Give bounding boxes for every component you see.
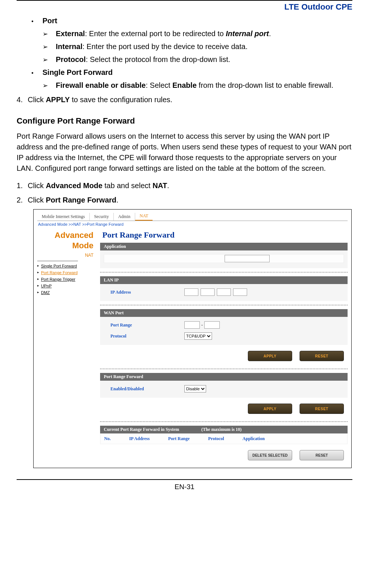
step-2-number: 2. <box>17 195 28 205</box>
col-proto: Protocol <box>208 436 224 442</box>
external-line: External: Enter the external port to be … <box>56 28 271 39</box>
enabled-select[interactable]: Disable <box>184 385 206 392</box>
s1b: Advanced Mode <box>46 181 102 190</box>
sidebar-item-single-port[interactable]: Single Port Forward <box>37 263 96 269</box>
delete-selected-button[interactable]: DELETE SELECTED <box>248 450 292 460</box>
sidebar-item-port-range-forward[interactable]: Port Range Forward <box>37 269 96 276</box>
ip-address-label: IP Address <box>110 290 184 295</box>
dotted-separator <box>100 272 348 273</box>
tab-mobile-internet[interactable]: Mobile Internet Settings <box>37 213 90 221</box>
sidebar-divider <box>37 261 78 261</box>
nat-label: NAT <box>37 253 96 261</box>
column-headers: No. IP Address Port Range Protocol Appli… <box>100 433 348 444</box>
section-lanip-header: LAN IP <box>100 276 348 284</box>
port-range-to-input[interactable] <box>204 321 220 329</box>
step-4-number: 4. <box>17 94 28 105</box>
apply-button-1[interactable]: APPLY <box>248 351 292 361</box>
ip-seg-4[interactable] <box>233 288 247 296</box>
step-2-text: Click Port Range Forward. <box>28 195 119 205</box>
side-l3: UPnP <box>41 284 52 288</box>
ip-address-input-group <box>184 288 247 296</box>
dotted-separator <box>100 369 348 369</box>
adv1: Advanced <box>55 231 93 240</box>
step4-c: to save the configuration rules. <box>70 96 172 104</box>
s1e: . <box>167 181 170 190</box>
ip-seg-2[interactable] <box>201 288 215 296</box>
dotted-separator <box>100 421 348 422</box>
document-title: LTE Outdoor CPE <box>17 2 352 12</box>
section-application-header: Application <box>100 243 348 250</box>
top-tabs: Mobile Internet Settings Security Admin … <box>37 212 348 221</box>
s2b: Port Range Forward <box>46 196 116 204</box>
step4-b: APPLY <box>46 96 70 104</box>
sidebar: Advanced Mode NAT Single Port Forward Po… <box>37 230 100 464</box>
bullet-spf: Single Port Forward <box>42 67 113 78</box>
protocol-row: Protocol TCP&UDP <box>104 330 344 341</box>
reset-button-2[interactable]: RESET <box>300 404 344 414</box>
step-1-text: Click Advanced Mode tab and select NAT. <box>28 180 169 191</box>
sidebar-item-port-range-trigger[interactable]: Port Range Trigger <box>37 276 96 283</box>
page-number: EN-31 <box>175 483 195 491</box>
arrow-icon <box>42 28 56 39</box>
s2c: . <box>116 196 119 204</box>
bullet-port: Port <box>42 15 57 26</box>
page-footer: EN-31 <box>17 479 352 491</box>
dotted-separator <box>100 305 348 305</box>
side-l2: Port Range Trigger <box>41 277 75 281</box>
col-ip: IP Address <box>129 436 150 442</box>
arrow-icon <box>42 80 56 91</box>
s1d: NAT <box>153 181 167 190</box>
arrow-icon <box>42 54 56 65</box>
side-l4: DMZ <box>41 290 50 295</box>
firewall-text-a: : Select <box>146 81 172 89</box>
tab-nat[interactable]: NAT <box>135 212 153 221</box>
col-app: Application <box>243 436 265 442</box>
current-table-header: Current Port Range Forward in System (Th… <box>100 426 348 433</box>
caret-icon <box>37 290 41 295</box>
ip-seg-1[interactable] <box>184 288 198 296</box>
tab-security[interactable]: Security <box>90 213 114 221</box>
protocol-select[interactable]: TCP&UDP <box>184 332 212 340</box>
firewall-line: Firewall enable or disable: Select Enabl… <box>56 80 333 91</box>
external-text: : Enter the external port to be redirect… <box>85 30 226 38</box>
arrow-icon <box>42 41 56 52</box>
protocol-label: Protocol <box>56 55 86 63</box>
caret-icon <box>37 264 41 268</box>
step-1-number: 1. <box>17 180 28 191</box>
port-range-from-input[interactable] <box>184 321 200 329</box>
reset-button-1[interactable]: RESET <box>300 351 344 361</box>
reset-button-3[interactable]: RESET <box>300 450 344 460</box>
port-range-label: Port Range <box>110 322 184 328</box>
application-input[interactable] <box>225 255 270 262</box>
internal-line: Internal: Enter the port used by the dev… <box>56 41 247 52</box>
max-note: (The maximum is 10) <box>201 427 242 432</box>
step4-a: Click <box>28 96 46 104</box>
apply-button-2[interactable]: APPLY <box>248 404 292 414</box>
external-ital: Internal port <box>226 30 269 38</box>
s1c: tab and select <box>102 181 153 190</box>
external-label: External <box>56 30 85 38</box>
section-paragraph: Port Range Forward allows users on the I… <box>17 131 352 174</box>
advanced-mode-title: Advanced Mode <box>37 230 96 253</box>
step-4-text: Click APPLY to save the configuration ru… <box>28 94 172 105</box>
section-prf-header: Port Range Forward <box>100 373 348 381</box>
current-head-text: Current Port Range Forward in System <box>104 427 179 432</box>
application-row <box>104 254 344 263</box>
protocol-field-label: Protocol <box>110 333 184 339</box>
tab-admin[interactable]: Admin <box>114 213 135 221</box>
port-range-row: Port Range - <box>104 319 344 330</box>
sidebar-item-dmz[interactable]: DMZ <box>37 289 96 296</box>
firewall-enable-bold: Enable <box>172 81 197 89</box>
internal-text: : Enter the port used by the device to r… <box>82 42 247 51</box>
col-range: Port Range <box>168 436 189 442</box>
protocol-text: : Select the protocol from the drop-down… <box>86 55 230 63</box>
bullet-icon <box>31 15 42 26</box>
sidebar-item-upnp[interactable]: UPnP <box>37 283 96 289</box>
enabled-row: Enabled/Disabled Disable <box>104 383 344 394</box>
caret-icon <box>37 277 41 281</box>
side-l0: Single Port Forward <box>41 264 77 268</box>
enabled-label: Enabled/Disabled <box>110 386 184 392</box>
panel-title: Port Range Forward <box>100 230 348 243</box>
ip-seg-3[interactable] <box>217 288 231 296</box>
ip-address-row: IP Address <box>104 286 344 297</box>
